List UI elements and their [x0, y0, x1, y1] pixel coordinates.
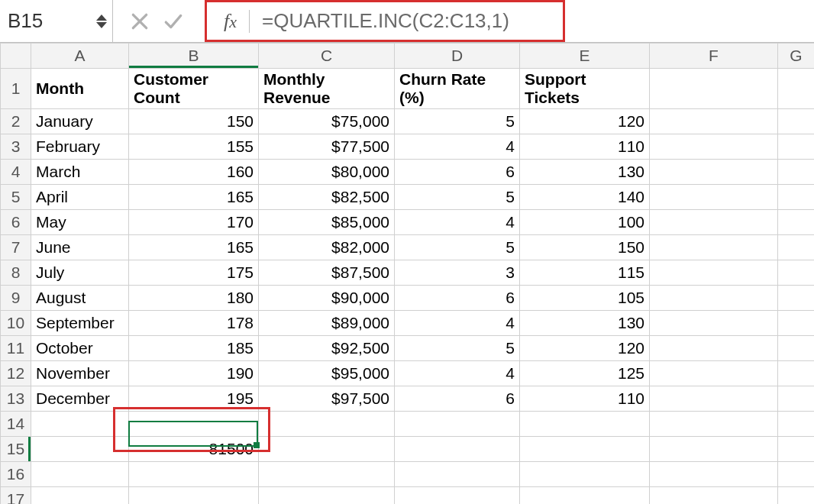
- cell-A10[interactable]: September: [31, 311, 129, 336]
- accept-icon[interactable]: [163, 11, 183, 31]
- cell-B5[interactable]: 165: [129, 185, 259, 210]
- cell-C9[interactable]: $90,000: [259, 286, 395, 311]
- cell-G2[interactable]: [778, 109, 815, 134]
- cell-D10[interactable]: 4: [395, 311, 520, 336]
- cell-D14[interactable]: [395, 412, 520, 437]
- cell-C8[interactable]: $87,500: [259, 260, 395, 286]
- cell-F13[interactable]: [650, 386, 778, 412]
- formula-text[interactable]: =QUARTILE.INC(C2:C13,1): [262, 9, 509, 33]
- cell-G16[interactable]: [778, 462, 815, 487]
- cell-D3[interactable]: 4: [395, 134, 520, 160]
- cell-C1[interactable]: Monthly Revenue: [259, 69, 395, 109]
- cell-A8[interactable]: July: [31, 260, 129, 286]
- cell-A16[interactable]: [31, 462, 129, 487]
- cell-G5[interactable]: [778, 185, 815, 210]
- cell-B1[interactable]: Customer Count: [129, 69, 259, 109]
- cell-B4[interactable]: 160: [129, 160, 259, 185]
- cell-B13[interactable]: 195: [129, 386, 259, 412]
- cell-B15[interactable]: 81500: [129, 437, 259, 462]
- row-header-12[interactable]: 12: [1, 361, 31, 386]
- table-row[interactable]: 1581500: [1, 437, 815, 462]
- cell-A9[interactable]: August: [31, 286, 129, 311]
- cell-G9[interactable]: [778, 286, 815, 311]
- cell-G17[interactable]: [778, 487, 815, 505]
- cell-A1[interactable]: Month: [31, 69, 129, 109]
- cell-F17[interactable]: [650, 487, 778, 505]
- cell-C5[interactable]: $82,500: [259, 185, 395, 210]
- cell-G12[interactable]: [778, 361, 815, 386]
- row-header-1[interactable]: 1: [1, 69, 31, 109]
- cell-C12[interactable]: $95,000: [259, 361, 395, 386]
- name-box[interactable]: B15: [0, 0, 113, 42]
- chevron-up-icon[interactable]: [95, 14, 108, 21]
- col-header-C[interactable]: C: [259, 44, 395, 69]
- row-header-11[interactable]: 11: [1, 336, 31, 361]
- cell-D1[interactable]: Churn Rate (%): [395, 69, 520, 109]
- row-header-14[interactable]: 14: [1, 412, 31, 437]
- cell-F3[interactable]: [650, 134, 778, 160]
- cell-C2[interactable]: $75,000: [259, 109, 395, 134]
- row-header-16[interactable]: 16: [1, 462, 31, 487]
- cell-A5[interactable]: April: [31, 185, 129, 210]
- cell-G8[interactable]: [778, 260, 815, 286]
- cell-C7[interactable]: $82,000: [259, 235, 395, 260]
- cell-E7[interactable]: 150: [520, 235, 650, 260]
- table-row[interactable]: 8July175$87,5003115: [1, 260, 815, 286]
- cell-B14[interactable]: [129, 412, 259, 437]
- chevron-down-icon[interactable]: [95, 21, 108, 29]
- cell-C15[interactable]: [259, 437, 395, 462]
- cell-D8[interactable]: 3: [395, 260, 520, 286]
- cell-C14[interactable]: [259, 412, 395, 437]
- cell-G15[interactable]: [778, 437, 815, 462]
- fill-handle[interactable]: [254, 442, 260, 448]
- cell-G13[interactable]: [778, 386, 815, 412]
- cell-F10[interactable]: [650, 311, 778, 336]
- table-row[interactable]: 12November190$95,0004125: [1, 361, 815, 386]
- row-header-8[interactable]: 8: [1, 260, 31, 286]
- row-header-15[interactable]: 15: [1, 437, 31, 462]
- table-row[interactable]: 9August180$90,0006105: [1, 286, 815, 311]
- cell-E9[interactable]: 105: [520, 286, 650, 311]
- cell-D16[interactable]: [395, 462, 520, 487]
- table-row[interactable]: 10September178$89,0004130: [1, 311, 815, 336]
- cell-A17[interactable]: [31, 487, 129, 505]
- cell-E4[interactable]: 130: [520, 160, 650, 185]
- cell-C6[interactable]: $85,000: [259, 210, 395, 235]
- sheet-table[interactable]: A B C D E F G 1 Month Customer Count Mon…: [0, 43, 814, 504]
- cell-C3[interactable]: $77,500: [259, 134, 395, 160]
- cell-B3[interactable]: 155: [129, 134, 259, 160]
- table-row[interactable]: 13December195$97,5006110: [1, 386, 815, 412]
- cell-B11[interactable]: 185: [129, 336, 259, 361]
- cell-E13[interactable]: 110: [520, 386, 650, 412]
- col-header-A[interactable]: A: [31, 44, 129, 69]
- row-header-10[interactable]: 10: [1, 311, 31, 336]
- cell-D11[interactable]: 5: [395, 336, 520, 361]
- cell-E2[interactable]: 120: [520, 109, 650, 134]
- cell-E5[interactable]: 140: [520, 185, 650, 210]
- cell-G14[interactable]: [778, 412, 815, 437]
- name-box-stepper[interactable]: [95, 14, 108, 29]
- cell-E12[interactable]: 125: [520, 361, 650, 386]
- cell-A3[interactable]: February: [31, 134, 129, 160]
- cell-A13[interactable]: December: [31, 386, 129, 412]
- row-header-5[interactable]: 5: [1, 185, 31, 210]
- cell-A6[interactable]: May: [31, 210, 129, 235]
- cell-E16[interactable]: [520, 462, 650, 487]
- cell-F12[interactable]: [650, 361, 778, 386]
- row-header-4[interactable]: 4: [1, 160, 31, 185]
- cell-E8[interactable]: 115: [520, 260, 650, 286]
- cell-D4[interactable]: 6: [395, 160, 520, 185]
- cell-E3[interactable]: 110: [520, 134, 650, 160]
- cell-A12[interactable]: November: [31, 361, 129, 386]
- cell-F4[interactable]: [650, 160, 778, 185]
- cell-C11[interactable]: $92,500: [259, 336, 395, 361]
- cell-E15[interactable]: [520, 437, 650, 462]
- cell-B12[interactable]: 190: [129, 361, 259, 386]
- cell-D9[interactable]: 6: [395, 286, 520, 311]
- table-row[interactable]: 3February155$77,5004110: [1, 134, 815, 160]
- table-row[interactable]: 17: [1, 487, 815, 505]
- cell-C16[interactable]: [259, 462, 395, 487]
- cell-D15[interactable]: [395, 437, 520, 462]
- row-header-3[interactable]: 3: [1, 134, 31, 160]
- row-header-6[interactable]: 6: [1, 210, 31, 235]
